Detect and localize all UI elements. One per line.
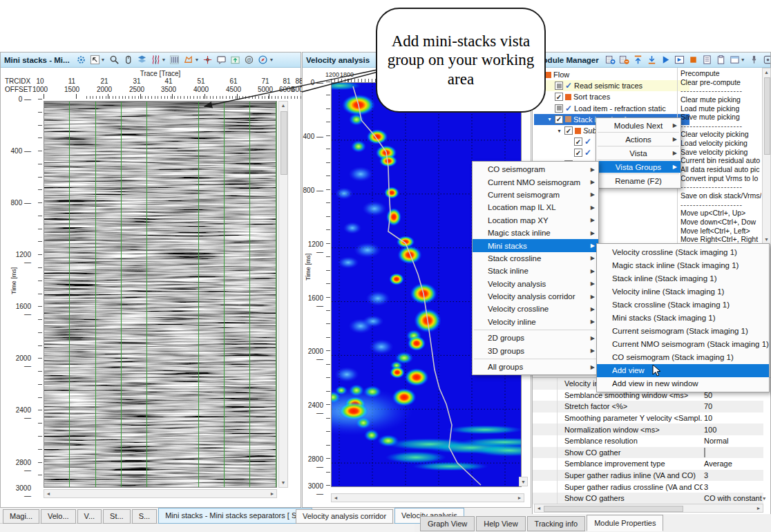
vista-group-item[interactable]: Stack inline▶ <box>473 265 598 277</box>
property-value[interactable]: 3 <box>703 483 763 491</box>
view-tab[interactable]: Graph View <box>420 516 475 531</box>
view-tab[interactable]: Module Properties <box>587 515 663 531</box>
property-row[interactable]: Show CO gather <box>533 447 763 459</box>
mini-stacks-titlebar[interactable]: Mini stacks - Mi... ▼▼▼▼ <box>1 53 301 68</box>
command-item[interactable]: Save on disk stack/Vrms/ <box>678 191 761 200</box>
vista-group-item[interactable]: Current seismogram▶ <box>473 189 598 201</box>
property-row[interactable]: Normalization window <ms>100 <box>533 424 763 435</box>
run-flow-icon[interactable] <box>660 54 671 66</box>
view-option-item[interactable]: Current seismogram (Stack imaging 1) <box>597 325 769 338</box>
command-item[interactable]: Precompute <box>678 69 761 78</box>
scroll-down-icon[interactable]: ▼ <box>279 479 287 487</box>
view-option-item[interactable]: Mini stacks (Stack imaging 1) <box>597 311 769 324</box>
view-tab[interactable]: Magi... <box>3 509 39 524</box>
pin-icon[interactable] <box>749 54 759 66</box>
wiggle-display-icon[interactable]: ▼ <box>151 54 166 66</box>
compass-icon[interactable]: ▼ <box>258 54 274 66</box>
command-item[interactable]: Clear pre-compute <box>678 78 761 87</box>
remove-module-icon[interactable] <box>619 54 629 66</box>
context-menu-item[interactable]: Actions▶ <box>596 133 680 145</box>
properties-horizontal-scrollbar[interactable]: ◄ ► <box>534 504 763 513</box>
dropdown-caret-icon[interactable]: ▼ <box>101 57 106 62</box>
view-tab[interactable]: S... <box>132 509 158 524</box>
property-row[interactable]: Super gather radius inline (VA and CO)3 <box>533 470 763 482</box>
view-option-item[interactable]: Add view <box>597 364 769 377</box>
view-tab[interactable]: Tracking info <box>527 516 586 531</box>
expander-open-icon[interactable]: ▾ <box>556 128 562 134</box>
tree-checkbox[interactable]: ✓ <box>555 115 563 124</box>
command-item[interactable]: All data residual auto pic <box>678 165 761 174</box>
view-option-item[interactable]: CO seismogram (Stack imaging 1) <box>597 351 769 364</box>
command-scrollbar[interactable]: ▲ ▼ <box>762 68 771 245</box>
command-item[interactable]: Save velocity picking <box>678 148 761 157</box>
map-view-icon[interactable] <box>230 54 240 66</box>
view-option-item[interactable]: Velocity crossline (Stack imaging 1) <box>597 245 769 258</box>
vel-horizontal-scrollbar[interactable]: ◄ ► <box>331 493 524 502</box>
property-row[interactable]: Stretch factor <%>70 <box>533 401 763 412</box>
vista-group-item[interactable]: All groups▶ <box>473 361 598 373</box>
property-value[interactable]: CO with constant <box>703 494 762 502</box>
view-option-item[interactable]: Magic stack inline (Stack imaging 1) <box>597 258 769 272</box>
vista-group-item[interactable]: Velocity analysis▶ <box>473 278 598 290</box>
tree-checkbox[interactable]: ✓ <box>564 126 573 135</box>
property-row[interactable]: Semblance resolutionNormal <box>533 435 763 447</box>
tree-checkbox[interactable]: ✓ <box>574 137 582 146</box>
stop-flow-icon[interactable] <box>688 54 698 66</box>
dropdown-caret-icon[interactable]: ▼ <box>741 57 745 62</box>
command-item[interactable]: Current bin residual auto <box>678 156 761 165</box>
vista-group-item[interactable]: Stack crossline▶ <box>473 252 598 265</box>
view-option-item[interactable]: Stack inline (Stack imaging 1) <box>597 272 769 285</box>
tree-checkbox[interactable] <box>555 104 563 113</box>
vista-group-item[interactable]: 3D groups▶ <box>473 344 598 357</box>
property-value[interactable] <box>703 448 763 457</box>
mini-horizontal-scrollbar[interactable]: ◄ ► <box>44 489 277 498</box>
property-row[interactable]: Semblance improvement typeAverage <box>533 458 763 470</box>
tree-row[interactable]: Flow <box>534 69 680 80</box>
pan-mode-icon[interactable]: ▼ <box>90 54 106 66</box>
scroll-up-icon[interactable]: ▲ <box>279 102 287 110</box>
vel-scroll-down[interactable]: ▼ <box>519 477 528 486</box>
vista-group-item[interactable]: Velocity crossline▶ <box>473 303 598 315</box>
command-item[interactable]: Move down<Ctrl+, Dow <box>678 218 761 227</box>
comment-icon[interactable] <box>216 54 227 66</box>
vista-group-item[interactable]: Location map IL XL▶ <box>473 201 598 213</box>
view-option-item[interactable]: Stack crossline (Stack imaging 1) <box>597 298 769 311</box>
property-value[interactable]: 70 <box>703 402 763 410</box>
property-dropdown-icon[interactable]: ▼ <box>762 496 767 501</box>
view-option-item[interactable]: Current NMO seismogram (Stack imaging 1) <box>597 338 769 351</box>
zoom-icon[interactable] <box>109 54 120 66</box>
insert-object-icon[interactable] <box>244 54 254 66</box>
view-tab[interactable]: Mini stacks - Mini stacks separators [ S… <box>158 508 312 524</box>
property-value[interactable]: Normal <box>703 437 763 445</box>
dropdown-caret-icon[interactable]: ▼ <box>162 57 166 62</box>
report-icon[interactable] <box>702 54 712 66</box>
view-option-item[interactable]: Velocity inline (Stack imaging 1) <box>597 285 769 298</box>
view-tab[interactable]: Help View <box>476 516 525 531</box>
vista-group-item[interactable]: Current NMO seismogram▶ <box>473 175 598 188</box>
trace-fence-icon[interactable] <box>169 54 180 66</box>
module-manager-titlebar[interactable]: Module Manager ▼ <box>533 53 770 68</box>
property-value[interactable]: 10 <box>703 414 763 422</box>
context-menu-item[interactable]: Modules Next▶ <box>596 120 680 131</box>
mini-stacks-seismic-view[interactable] <box>44 101 277 488</box>
property-row[interactable]: Show CO gathersCO with constant▼ <box>533 493 763 504</box>
view-tab[interactable]: V... <box>77 509 102 524</box>
context-menu-item[interactable]: Rename (F2) <box>596 175 680 187</box>
view-tab[interactable]: St... <box>103 509 131 524</box>
vista-group-item[interactable]: Magic stack inline▶ <box>473 227 598 239</box>
settings-gear-icon[interactable] <box>76 54 86 66</box>
property-value[interactable]: Average <box>703 459 763 468</box>
vista-group-item[interactable]: CO seismogram▶ <box>473 163 598 175</box>
view-tab[interactable]: Velo... <box>41 509 76 524</box>
tree-row[interactable]: ✓Read seismic traces <box>534 80 689 91</box>
tree-checkbox[interactable] <box>555 82 563 90</box>
command-item[interactable]: Load velocity picking <box>678 139 761 148</box>
add-module-icon[interactable] <box>605 54 616 66</box>
property-checkbox[interactable] <box>704 448 705 457</box>
dropdown-caret-icon[interactable]: ▼ <box>194 57 199 62</box>
property-row[interactable]: Super gather radius crossline (VA and CO… <box>533 481 763 493</box>
mini-vertical-scrollbar[interactable]: ▲ ▼ <box>278 101 288 488</box>
view-option-item[interactable]: Add view in new window <box>597 377 769 390</box>
dropdown-caret-icon[interactable]: ▼ <box>269 57 274 62</box>
tree-checkbox[interactable]: ✓ <box>574 149 582 157</box>
